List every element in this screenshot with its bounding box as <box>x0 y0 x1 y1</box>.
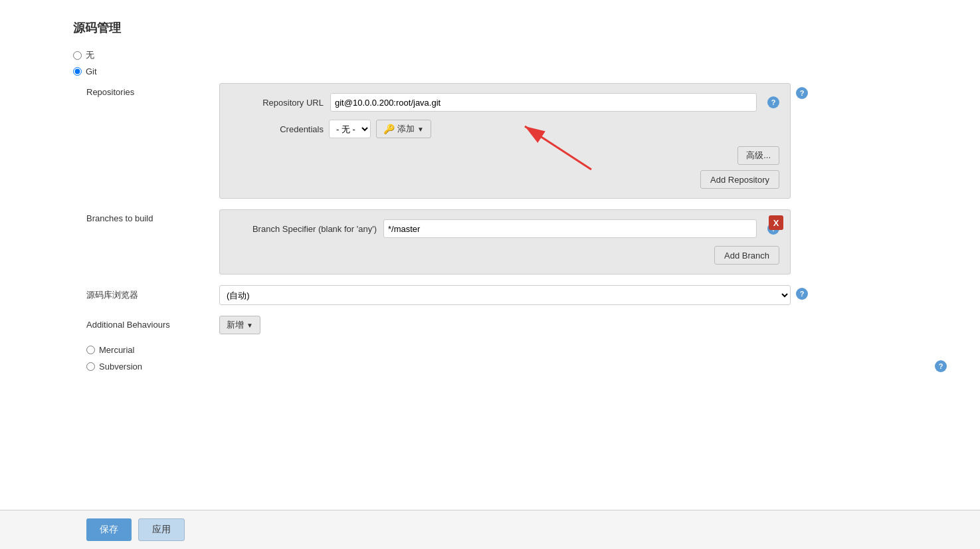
subversion-help-icon[interactable]: ? <box>935 360 947 372</box>
credentials-label: Credentials <box>231 124 324 134</box>
radio-mercurial-row: Mercurial <box>86 345 960 355</box>
branches-box: X Branch Specifier (blank for 'any') ? A… <box>219 209 791 274</box>
source-browser-section: 源码库浏览器 (自动) ? <box>86 285 960 305</box>
source-browser-label: 源码库浏览器 <box>86 285 219 301</box>
radio-mercurial-label[interactable]: Mercurial <box>99 345 134 355</box>
credentials-select[interactable]: - 无 - <box>329 120 371 138</box>
add-cred-label: 添加 <box>397 123 415 135</box>
repositories-section: Repositories Repository URL ? Credential… <box>86 83 960 199</box>
radio-none-label[interactable]: 无 <box>86 49 94 61</box>
page-title: 源码管理 <box>73 13 960 36</box>
repositories-label: Repositories <box>86 83 219 97</box>
branches-label: Branches to build <box>86 209 219 223</box>
behaviour-dropdown-arrow-icon: ▼ <box>246 322 253 329</box>
radio-git[interactable] <box>73 67 82 76</box>
remove-branch-button[interactable]: X <box>769 215 783 230</box>
branch-specifier-label: Branch Specifier (blank for 'any') <box>231 224 377 234</box>
repositories-help-icon[interactable]: ? <box>796 87 808 99</box>
apply-button[interactable]: 应用 <box>138 518 185 541</box>
radio-git-row: Git <box>73 66 960 76</box>
radio-subversion-label[interactable]: Subversion <box>99 362 142 372</box>
add-branch-button[interactable]: Add Branch <box>714 246 779 265</box>
credentials-row: Credentials - 无 - 🔑 添加 ▼ <box>231 120 779 138</box>
add-repository-button[interactable]: Add Repository <box>700 170 779 189</box>
radio-subversion-row: Subversion ? <box>86 360 960 372</box>
radio-none[interactable] <box>73 51 82 60</box>
bottom-bar: 保存 应用 <box>0 510 980 549</box>
repo-url-input[interactable] <box>330 93 757 112</box>
radio-none-row: 无 <box>73 49 960 61</box>
source-browser-select[interactable]: (自动) <box>219 285 791 305</box>
repo-url-row: Repository URL ? <box>231 93 779 112</box>
radio-git-label[interactable]: Git <box>86 66 97 76</box>
repositories-box: Repository URL ? Credentials - 无 - 🔑 添加 … <box>219 83 791 199</box>
advanced-button[interactable]: 高级... <box>737 146 779 165</box>
branches-section: Branches to build X Branch Specifier (bl… <box>86 209 960 274</box>
save-button[interactable]: 保存 <box>86 518 132 541</box>
additional-behaviours-section: Additional Behaviours 新增 ▼ <box>86 316 960 334</box>
dropdown-arrow-icon: ▼ <box>417 126 424 133</box>
radio-subversion[interactable] <box>86 362 95 371</box>
add-behaviour-label: 新增 <box>227 319 244 331</box>
add-behaviour-button[interactable]: 新增 ▼ <box>219 316 260 334</box>
repo-url-help-icon[interactable]: ? <box>767 96 779 108</box>
source-browser-help-icon[interactable]: ? <box>796 288 808 300</box>
add-credential-button[interactable]: 🔑 添加 ▼ <box>376 120 431 138</box>
branch-specifier-input[interactable] <box>383 219 757 238</box>
branch-specifier-row: Branch Specifier (blank for 'any') ? <box>231 219 779 238</box>
additional-behaviours-label: Additional Behaviours <box>86 316 219 330</box>
key-icon: 🔑 <box>383 124 395 134</box>
radio-mercurial[interactable] <box>86 346 95 354</box>
repo-url-label: Repository URL <box>231 98 324 108</box>
